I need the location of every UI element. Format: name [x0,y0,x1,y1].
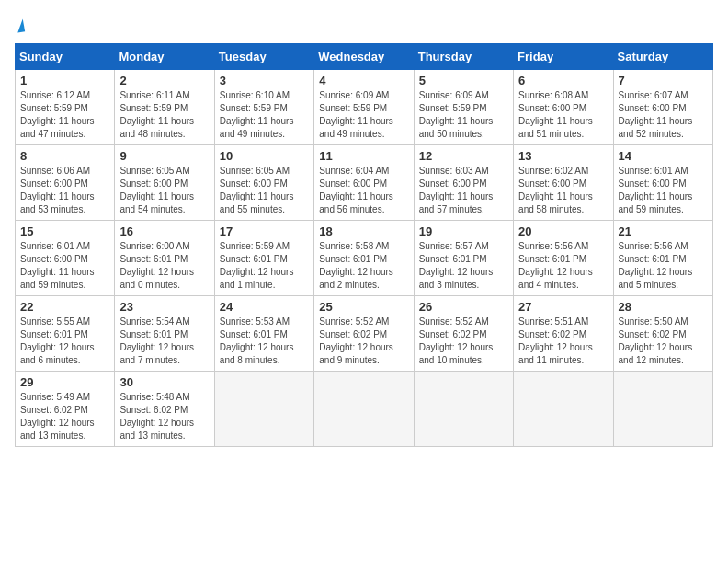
calendar-cell: 30Sunrise: 5:48 AM Sunset: 6:02 PM Dayli… [115,372,214,447]
day-number: 30 [119,375,209,389]
day-info: Sunrise: 5:50 AM Sunset: 6:02 PM Dayligh… [619,316,708,367]
day-info: Sunrise: 5:51 AM Sunset: 6:02 PM Dayligh… [518,316,608,367]
calendar-week-2: 8Sunrise: 6:06 AM Sunset: 6:00 PM Daylig… [16,145,713,221]
calendar-cell: 7Sunrise: 6:07 AM Sunset: 6:00 PM Daylig… [613,70,712,145]
logo [15,15,24,36]
day-info: Sunrise: 5:55 AM Sunset: 6:01 PM Dayligh… [20,316,109,367]
calendar-header-row: SundayMondayTuesdayWednesdayThursdayFrid… [16,44,713,70]
day-info: Sunrise: 6:08 AM Sunset: 6:00 PM Dayligh… [518,89,608,141]
calendar-cell: 2Sunrise: 6:11 AM Sunset: 5:59 PM Daylig… [115,70,214,145]
day-number: 9 [119,149,209,163]
calendar-cell [214,372,313,447]
day-number: 12 [419,149,508,163]
day-number: 1 [20,74,109,87]
day-info: Sunrise: 6:07 AM Sunset: 6:00 PM Dayligh… [619,89,708,141]
page-header [15,15,713,36]
day-number: 22 [20,300,109,314]
day-info: Sunrise: 6:00 AM Sunset: 6:01 PM Dayligh… [119,240,209,292]
day-info: Sunrise: 6:11 AM Sunset: 5:59 PM Dayligh… [119,89,209,141]
column-header-thursday: Thursday [414,44,513,70]
day-info: Sunrise: 5:52 AM Sunset: 6:02 PM Dayligh… [419,316,508,367]
day-number: 10 [220,149,309,163]
calendar-cell: 10Sunrise: 6:05 AM Sunset: 6:00 PM Dayli… [214,145,313,221]
calendar-cell: 19Sunrise: 5:57 AM Sunset: 6:01 PM Dayli… [414,221,513,296]
day-info: Sunrise: 6:05 AM Sunset: 6:00 PM Dayligh… [220,165,309,216]
column-header-sunday: Sunday [16,44,115,70]
calendar-cell: 6Sunrise: 6:08 AM Sunset: 6:00 PM Daylig… [514,70,613,145]
day-number: 16 [119,224,209,238]
day-number: 13 [518,149,608,163]
column-header-tuesday: Tuesday [214,44,313,70]
day-info: Sunrise: 5:59 AM Sunset: 6:01 PM Dayligh… [220,240,309,292]
day-number: 3 [220,74,309,87]
day-info: Sunrise: 6:09 AM Sunset: 5:59 PM Dayligh… [319,89,408,141]
calendar-cell: 24Sunrise: 5:53 AM Sunset: 6:01 PM Dayli… [214,296,313,372]
calendar-cell: 21Sunrise: 5:56 AM Sunset: 6:01 PM Dayli… [613,221,712,296]
day-number: 4 [319,74,408,87]
calendar-cell: 15Sunrise: 6:01 AM Sunset: 6:00 PM Dayli… [16,221,115,296]
calendar-cell: 16Sunrise: 6:00 AM Sunset: 6:01 PM Dayli… [115,221,214,296]
column-header-wednesday: Wednesday [314,44,414,70]
calendar-week-3: 15Sunrise: 6:01 AM Sunset: 6:00 PM Dayli… [16,221,713,296]
calendar-cell: 20Sunrise: 5:56 AM Sunset: 6:01 PM Dayli… [514,221,613,296]
day-number: 5 [419,74,508,87]
calendar-cell: 14Sunrise: 6:01 AM Sunset: 6:00 PM Dayli… [613,145,712,221]
calendar-week-5: 29Sunrise: 5:49 AM Sunset: 6:02 PM Dayli… [16,372,713,447]
calendar-body: 1Sunrise: 6:12 AM Sunset: 5:59 PM Daylig… [16,70,713,447]
day-number: 18 [319,224,408,238]
day-info: Sunrise: 6:01 AM Sunset: 6:00 PM Dayligh… [619,165,708,216]
day-info: Sunrise: 6:04 AM Sunset: 6:00 PM Dayligh… [319,165,408,216]
day-info: Sunrise: 5:56 AM Sunset: 6:01 PM Dayligh… [518,240,608,292]
calendar-cell [514,372,613,447]
calendar-cell [414,372,513,447]
day-info: Sunrise: 5:57 AM Sunset: 6:01 PM Dayligh… [419,240,508,292]
day-info: Sunrise: 5:58 AM Sunset: 6:01 PM Dayligh… [319,240,408,292]
day-number: 17 [220,224,309,238]
calendar-cell: 26Sunrise: 5:52 AM Sunset: 6:02 PM Dayli… [414,296,513,372]
day-info: Sunrise: 6:05 AM Sunset: 6:00 PM Dayligh… [119,165,209,216]
day-number: 20 [518,224,608,238]
calendar-week-1: 1Sunrise: 6:12 AM Sunset: 5:59 PM Daylig… [16,70,713,145]
calendar-cell: 12Sunrise: 6:03 AM Sunset: 6:00 PM Dayli… [414,145,513,221]
calendar-cell: 25Sunrise: 5:52 AM Sunset: 6:02 PM Dayli… [314,296,414,372]
calendar-cell: 27Sunrise: 5:51 AM Sunset: 6:02 PM Dayli… [514,296,613,372]
day-number: 27 [518,300,608,314]
logo-triangle-icon [16,18,25,32]
column-header-friday: Friday [514,44,613,70]
day-number: 21 [619,224,708,238]
day-number: 24 [220,300,309,314]
calendar-cell: 1Sunrise: 6:12 AM Sunset: 5:59 PM Daylig… [16,70,115,145]
calendar-cell: 11Sunrise: 6:04 AM Sunset: 6:00 PM Dayli… [314,145,414,221]
day-info: Sunrise: 6:01 AM Sunset: 6:00 PM Dayligh… [20,240,109,292]
calendar-cell: 13Sunrise: 6:02 AM Sunset: 6:00 PM Dayli… [514,145,613,221]
day-number: 29 [20,375,109,389]
day-number: 2 [119,74,209,87]
day-info: Sunrise: 6:03 AM Sunset: 6:00 PM Dayligh… [419,165,508,216]
day-number: 19 [419,224,508,238]
day-number: 14 [619,149,708,163]
day-info: Sunrise: 5:53 AM Sunset: 6:01 PM Dayligh… [220,316,309,367]
calendar-cell: 17Sunrise: 5:59 AM Sunset: 6:01 PM Dayli… [214,221,313,296]
calendar-cell: 3Sunrise: 6:10 AM Sunset: 5:59 PM Daylig… [214,70,313,145]
calendar-cell [613,372,712,447]
calendar-cell: 8Sunrise: 6:06 AM Sunset: 6:00 PM Daylig… [16,145,115,221]
calendar-cell: 22Sunrise: 5:55 AM Sunset: 6:01 PM Dayli… [16,296,115,372]
calendar-cell: 28Sunrise: 5:50 AM Sunset: 6:02 PM Dayli… [613,296,712,372]
day-info: Sunrise: 6:06 AM Sunset: 6:00 PM Dayligh… [20,165,109,216]
day-info: Sunrise: 5:52 AM Sunset: 6:02 PM Dayligh… [319,316,408,367]
column-header-saturday: Saturday [613,44,712,70]
day-info: Sunrise: 5:56 AM Sunset: 6:01 PM Dayligh… [619,240,708,292]
day-number: 25 [319,300,408,314]
calendar-cell: 29Sunrise: 5:49 AM Sunset: 6:02 PM Dayli… [16,372,115,447]
day-number: 8 [20,149,109,163]
calendar-cell [314,372,414,447]
calendar-cell: 4Sunrise: 6:09 AM Sunset: 5:59 PM Daylig… [314,70,414,145]
day-number: 28 [619,300,708,314]
day-info: Sunrise: 6:09 AM Sunset: 5:59 PM Dayligh… [419,89,508,141]
day-number: 23 [119,300,209,314]
calendar-week-4: 22Sunrise: 5:55 AM Sunset: 6:01 PM Dayli… [16,296,713,372]
calendar-table: SundayMondayTuesdayWednesdayThursdayFrid… [15,43,713,447]
day-info: Sunrise: 5:49 AM Sunset: 6:02 PM Dayligh… [20,391,109,442]
day-info: Sunrise: 6:10 AM Sunset: 5:59 PM Dayligh… [220,89,309,141]
column-header-monday: Monday [115,44,214,70]
